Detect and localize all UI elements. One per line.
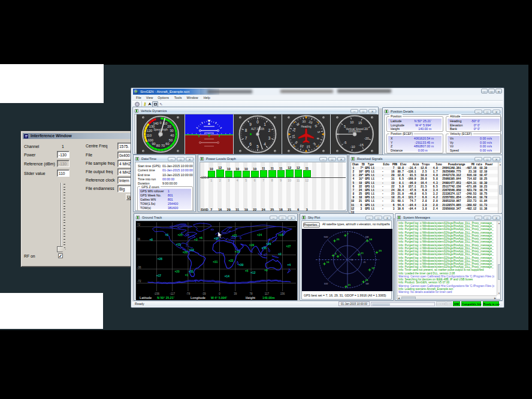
svg-text:Heading: Heading xyxy=(301,125,312,128)
svg-text:140: 140 xyxy=(153,122,158,125)
svg-text:12: 12 xyxy=(306,145,310,149)
svg-text:8: 8 xyxy=(245,128,247,132)
svg-text:1: 1 xyxy=(264,122,266,126)
svg-text:10: 10 xyxy=(350,120,353,124)
svg-text:20: 20 xyxy=(167,125,171,128)
svg-text:ALT 1000ft: ALT 1000ft xyxy=(251,128,265,131)
svg-text:2: 2 xyxy=(268,128,271,132)
svg-text:21: 21 xyxy=(291,134,295,138)
svg-text:SE: SE xyxy=(365,282,369,285)
svg-text:16: 16 xyxy=(327,261,330,264)
svg-text:5: 5 xyxy=(256,144,259,149)
svg-text:24: 24 xyxy=(369,238,372,241)
svg-text:50: 50 xyxy=(169,138,173,142)
svg-text:45: 45 xyxy=(364,261,366,264)
svg-text:100: 100 xyxy=(147,138,153,142)
svg-text:30: 30 xyxy=(170,129,173,132)
svg-text:0: 0 xyxy=(159,121,161,125)
svg-text:90: 90 xyxy=(152,142,155,146)
svg-text:-20: -20 xyxy=(364,137,369,140)
svg-text:22: 22 xyxy=(365,279,368,282)
svg-text:3: 3 xyxy=(268,136,271,140)
svg-text:20: 20 xyxy=(364,127,368,131)
svg-text:0: 0 xyxy=(256,120,259,124)
svg-text:70: 70 xyxy=(161,144,165,147)
svg-text:7: 7 xyxy=(245,136,247,140)
svg-text:40: 40 xyxy=(170,134,174,137)
svg-text:60: 60 xyxy=(165,142,169,146)
svg-text:30: 30 xyxy=(302,119,306,123)
svg-text:-5: -5 xyxy=(344,141,347,144)
svg-text:25: 25 xyxy=(337,238,340,241)
svg-text:18: 18 xyxy=(371,267,374,270)
svg-text:80: 80 xyxy=(156,144,160,147)
svg-text:-15: -15 xyxy=(359,143,364,147)
svg-text:29: 29 xyxy=(379,249,382,252)
svg-text:21: 21 xyxy=(361,252,364,255)
svg-text:15: 15 xyxy=(358,121,362,125)
svg-text:4: 4 xyxy=(264,142,266,146)
svg-text:9: 9 xyxy=(249,122,252,126)
svg-text:31: 31 xyxy=(348,283,351,286)
svg-text:110: 110 xyxy=(146,134,152,137)
svg-text:NW: NW xyxy=(324,235,328,238)
svg-text:120: 120 xyxy=(147,129,152,132)
svg-text:6: 6 xyxy=(249,142,252,146)
svg-text:90: 90 xyxy=(350,259,353,261)
svg-text:SW: SW xyxy=(324,282,328,285)
svg-text:-10: -10 xyxy=(350,145,355,149)
